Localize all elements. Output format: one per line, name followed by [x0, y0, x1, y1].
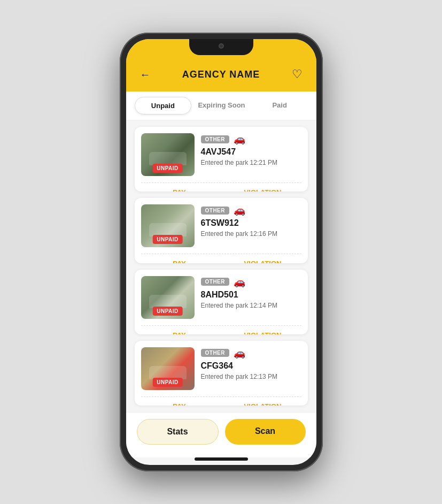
- card-info: OTHER 🚗 8AHD501 Entered the park 12:14 P…: [201, 276, 301, 319]
- plate-number: CFG364: [201, 361, 301, 371]
- unpaid-badge: UNPAID: [152, 235, 183, 244]
- tab-unpaid[interactable]: Unpaid: [135, 97, 192, 114]
- notch: [189, 39, 253, 55]
- card-info: OTHER 🚗 CFG364 Entered the park 12:13 PM: [201, 347, 301, 390]
- pay-button[interactable]: PAY: [141, 259, 218, 263]
- action-row: PAY VIOLATION: [135, 326, 308, 334]
- page-title: AGENCY NAME: [182, 69, 260, 80]
- badge-row: OTHER 🚗: [201, 204, 301, 216]
- scan-button[interactable]: Scan: [225, 419, 306, 445]
- plate-number: 8AHD501: [201, 290, 301, 300]
- pay-button[interactable]: PAY: [141, 402, 218, 406]
- vehicle-image: UNPAID: [141, 276, 195, 319]
- vehicle-card: UNPAID OTHER 🚗 CFG364 Entered the park 1…: [135, 341, 308, 406]
- pay-button[interactable]: PAY: [141, 331, 218, 334]
- badge-row: OTHER 🚗: [201, 133, 301, 145]
- home-indicator: [195, 457, 248, 461]
- card-info: OTHER 🚗 4AVJ547 Entered the park 12:21 P…: [201, 133, 301, 176]
- car-icon: 🚗: [234, 133, 245, 145]
- action-row: PAY VIOLATION: [135, 254, 308, 263]
- action-row: PAY VIOLATION: [135, 397, 308, 406]
- vehicle-card: UNPAID OTHER 🚗 4AVJ547 Entered the park …: [135, 127, 308, 192]
- car-icon: 🚗: [234, 276, 245, 288]
- entry-time: Entered the park 12:16 PM: [201, 230, 301, 238]
- heart-icon: ♡: [292, 67, 303, 81]
- unpaid-badge: UNPAID: [152, 307, 183, 316]
- vehicle-image: UNPAID: [141, 204, 195, 247]
- violation-button[interactable]: VIOLATION: [224, 402, 301, 406]
- favorite-button[interactable]: ♡: [289, 66, 306, 83]
- tab-expiring[interactable]: Expiring Soon: [193, 97, 250, 114]
- tab-bar: Unpaid Expiring Soon Paid: [126, 91, 316, 120]
- plate-number: 6TSW912: [201, 218, 301, 228]
- plate-number: 4AVJ547: [201, 147, 301, 157]
- unpaid-badge: UNPAID: [152, 378, 183, 387]
- vehicle-type-badge: OTHER: [201, 278, 230, 286]
- card-info: OTHER 🚗 6TSW912 Entered the park 12:16 P…: [201, 204, 301, 247]
- stats-button[interactable]: Stats: [137, 419, 219, 445]
- car-icon: 🚗: [234, 347, 245, 359]
- entry-time: Entered the park 12:14 PM: [201, 302, 301, 309]
- bottom-bar: Stats Scan: [126, 412, 316, 457]
- entry-time: Entered the park 12:13 PM: [201, 373, 301, 380]
- back-icon: ←: [140, 68, 151, 81]
- vehicle-list: UNPAID OTHER 🚗 4AVJ547 Entered the park …: [126, 120, 316, 412]
- vehicle-type-badge: OTHER: [201, 349, 230, 357]
- violation-button[interactable]: VIOLATION: [224, 188, 301, 192]
- vehicle-card: UNPAID OTHER 🚗 6TSW912 Entered the park …: [135, 198, 308, 263]
- camera: [219, 43, 224, 49]
- entry-time: Entered the park 12:21 PM: [201, 159, 301, 166]
- badge-row: OTHER 🚗: [201, 347, 301, 359]
- tab-paid[interactable]: Paid: [252, 97, 308, 114]
- vehicle-image: UNPAID: [141, 347, 195, 390]
- badge-row: OTHER 🚗: [201, 276, 301, 288]
- vehicle-image: UNPAID: [141, 133, 195, 176]
- unpaid-badge: UNPAID: [152, 164, 183, 173]
- card-top: UNPAID OTHER 🚗 6TSW912 Entered the park …: [135, 198, 308, 254]
- phone-frame: ← AGENCY NAME ♡ Unpaid Expiring Soon Pai…: [120, 33, 323, 471]
- back-button[interactable]: ←: [137, 66, 154, 83]
- vehicle-card: UNPAID OTHER 🚗 8AHD501 Entered the park …: [135, 270, 308, 334]
- card-top: UNPAID OTHER 🚗 CFG364 Entered the park 1…: [135, 341, 308, 396]
- top-header: ← AGENCY NAME ♡: [126, 39, 316, 91]
- vehicle-type-badge: OTHER: [201, 207, 230, 215]
- vehicle-type-badge: OTHER: [201, 135, 230, 143]
- action-row: PAY VIOLATION: [135, 183, 308, 192]
- pay-button[interactable]: PAY: [141, 188, 218, 192]
- car-icon: 🚗: [234, 204, 245, 216]
- violation-button[interactable]: VIOLATION: [224, 331, 301, 334]
- card-top: UNPAID OTHER 🚗 4AVJ547 Entered the park …: [135, 127, 308, 182]
- card-top: UNPAID OTHER 🚗 8AHD501 Entered the park …: [135, 270, 308, 325]
- violation-button[interactable]: VIOLATION: [224, 259, 301, 263]
- phone-screen: ← AGENCY NAME ♡ Unpaid Expiring Soon Pai…: [126, 39, 316, 465]
